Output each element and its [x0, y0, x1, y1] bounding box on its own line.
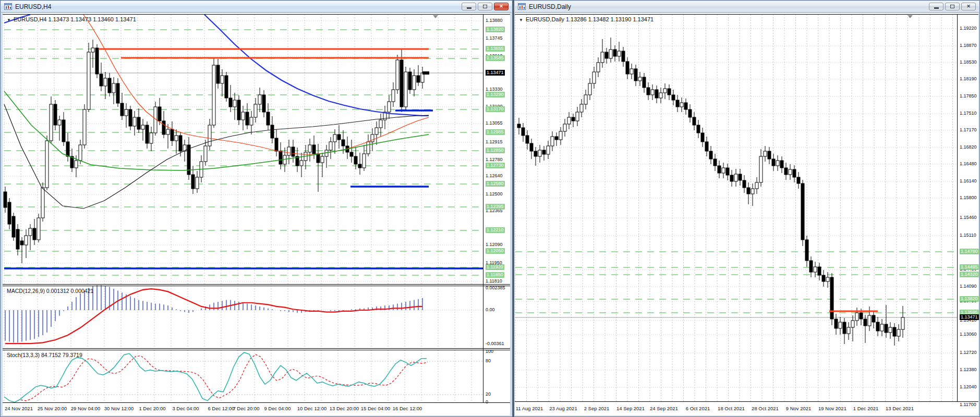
price-level-badge: 1.11920 [486, 264, 504, 270]
price-level-badge: 1.14320 [960, 272, 979, 277]
price-level-badge: 1.12730 [486, 163, 505, 168]
date-label: 14 Sep 2021 [616, 406, 645, 411]
price-label: 1.14090 [960, 284, 977, 289]
date-label: 30 Nov 12:00 [104, 406, 134, 411]
minimize-button[interactable] [929, 3, 943, 10]
price-axis-border [957, 15, 958, 401]
price-label: 1.18530 [960, 59, 977, 65]
price-label: 1.15460 [960, 215, 977, 220]
restore-button[interactable] [945, 3, 960, 10]
shift-marker-icon[interactable] [908, 15, 913, 18]
shift-marker-icon[interactable] [433, 15, 438, 18]
price-chart-daily[interactable] [515, 14, 958, 402]
date-label: 11 Aug 2021 [516, 406, 543, 411]
date-label: 6 Oct 2021 [686, 406, 710, 411]
date-label: 13 Dec 20:00 [330, 406, 359, 411]
titlebar-eurusd-h4[interactable]: EURUSD,H4 ✕ [1, 1, 512, 13]
price-level-badge: 1.14495 [960, 264, 979, 270]
price-chart-h4[interactable] [3, 14, 483, 285]
price-label: 1.12040 [960, 384, 977, 390]
pane-border [3, 14, 510, 15]
price-label: 1.13060 [960, 332, 977, 337]
price-label: 1.18870 [960, 43, 977, 48]
date-axis-border [3, 402, 510, 403]
price-level-badge: 1.12985 [486, 129, 505, 135]
price-level-badge: 1.12395 [486, 204, 505, 210]
price-label: 1.12915 [486, 139, 503, 145]
stochastic-label: Stoch(13,3,3) 84.7152 79.3719 [7, 352, 82, 358]
price-label: 1.19220 [960, 26, 977, 31]
price-level-badge: 1.13585 [486, 55, 505, 61]
macd-signal-line [5, 289, 422, 344]
stoch-scale-label: 100 [486, 349, 493, 354]
date-label: 3 Dec 04:00 [172, 406, 199, 411]
date-label: 29 Nov 04:00 [71, 406, 101, 411]
date-label: 16 Dec 12:00 [393, 406, 422, 411]
price-label: 1.12780 [486, 157, 503, 163]
pane-separator[interactable] [3, 350, 510, 350]
price-label: 1.17510 [960, 111, 977, 116]
date-label: 1 Dec 20:00 [139, 406, 165, 411]
date-label: 9 Nov 2021 [786, 406, 812, 411]
price-label: 1.12640 [486, 173, 503, 179]
date-label: 10 Dec 12:00 [297, 406, 327, 411]
stoch-scale-label: 0 [486, 399, 488, 405]
price-label: 1.12500 [486, 191, 503, 197]
price-label: 1.11810 [486, 278, 502, 284]
restore-button[interactable] [478, 3, 492, 10]
price-level-badge: 1.14780 [960, 249, 979, 254]
minimize-button[interactable] [462, 3, 476, 10]
close-button[interactable]: ✕ [494, 3, 509, 10]
date-label: 18 Oct 2021 [718, 406, 745, 411]
last-price-marker [422, 71, 429, 75]
macd-label: MACD(12,26,9) 0.001312 0.000421 [7, 288, 93, 294]
date-label: 24 Sep 2021 [650, 406, 678, 411]
price-level-badge: 1.13655 [486, 46, 505, 52]
macd-scale-label: 0.00 [486, 307, 495, 313]
price-level-badge: 1.12050 [486, 248, 505, 254]
price-axis-border [483, 15, 483, 402]
price-label: 1.13055 [486, 120, 503, 126]
price-level-badge: 1.13820 [960, 296, 979, 302]
window-title: EURUSD,H4 [15, 3, 51, 10]
price-level-badge: 1.11850 [486, 272, 504, 278]
pane-separator[interactable] [3, 348, 510, 349]
price-label: 1.18190 [960, 76, 977, 82]
date-label: 25 Nov 20:00 [38, 406, 67, 411]
macd-indicator-pane[interactable] [3, 285, 483, 349]
price-level-badge: 1.13170 [486, 106, 505, 112]
pane-separator[interactable] [3, 286, 510, 286]
price-label: 1.15800 [960, 195, 977, 201]
titlebar-eurusd-daily[interactable]: EURUSD,Daily ✕ [515, 1, 979, 13]
stoch-scale-label: 20 [486, 391, 491, 397]
price-label: 1.13745 [486, 35, 503, 41]
date-axis-border [515, 401, 978, 402]
price-level-badge: 1.12210 [486, 227, 505, 233]
ohlc-readout-daily: ▼EURUSD,Daily 1.13286 1.13482 1.13190 1.… [519, 16, 654, 22]
price-label: 1.16820 [960, 144, 977, 150]
symbol-dropdown-icon[interactable]: ▼ [7, 18, 11, 22]
stoch-scale-label: 80 [486, 358, 491, 364]
ohlc-readout-h4: ▼EURUSD,H4 1.13473 1.13473 1.13460 1.134… [7, 16, 136, 22]
date-label: 7 Dec 20:00 [233, 406, 259, 411]
price-label: 1.12380 [960, 367, 977, 373]
price-level-badge: 1.13820 [486, 27, 505, 32]
price-label: 1.16140 [960, 178, 977, 184]
price-label: 1.12720 [960, 350, 977, 355]
chart-icon [4, 3, 12, 10]
current-price-badge: 1.13471 [486, 70, 505, 76]
price-label: 1.17170 [960, 127, 977, 133]
close-button[interactable]: ✕ [961, 3, 976, 10]
date-label: 23 Aug 2021 [549, 406, 577, 411]
price-label: 1.11700 [960, 402, 976, 408]
date-label: 6 Dec 12:00 [208, 406, 234, 411]
pane-border [515, 14, 978, 15]
chart-icon [518, 3, 526, 10]
macd-scale-label: -0.00361 [486, 341, 504, 347]
pane-separator[interactable] [3, 284, 510, 285]
symbol-dropdown-icon[interactable]: ▼ [519, 18, 523, 22]
date-label: 24 Nov 2021 [5, 406, 33, 411]
price-level-badge: 1.12850 [486, 148, 505, 153]
price-label: 1.17850 [960, 93, 977, 99]
price-label: 1.13880 [486, 18, 503, 23]
